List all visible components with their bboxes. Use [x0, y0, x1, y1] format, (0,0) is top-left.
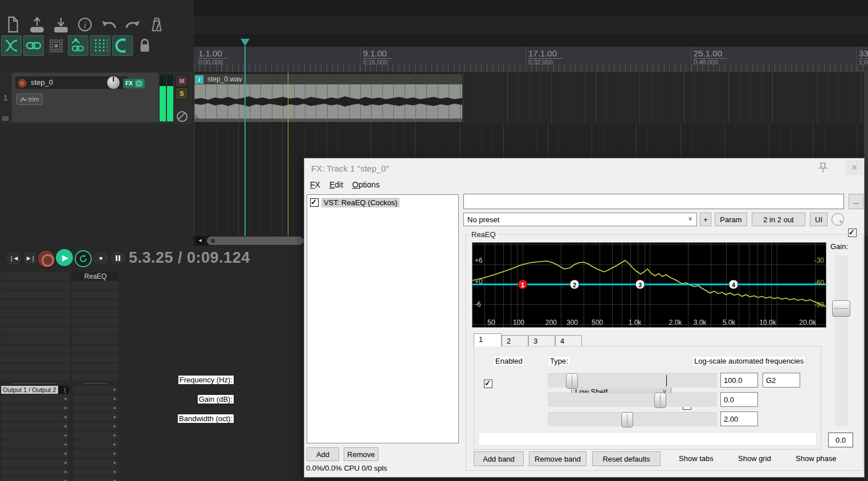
- envelope-points-icon[interactable]: [68, 35, 88, 56]
- ripple-edit-icon[interactable]: [112, 35, 133, 56]
- add-fx-button[interactable]: Add: [307, 447, 339, 461]
- eq-band-marker-1[interactable]: 1: [518, 280, 528, 290]
- track-control-panel[interactable]: step_0 FX trim: [12, 73, 158, 122]
- play-button[interactable]: ▶: [56, 249, 73, 266]
- plugin-list-item[interactable]: VST: ReaEQ (Cockos): [310, 198, 400, 207]
- snap-grid-icon[interactable]: [90, 35, 111, 56]
- gain-slider-thumb[interactable]: [654, 393, 666, 408]
- fx-comment-field[interactable]: [463, 194, 844, 209]
- show-phase-label: Show phase: [796, 454, 837, 463]
- transport-time-display[interactable]: 5.3.25 / 0:09.124: [129, 249, 250, 267]
- gain-value-field[interactable]: 0.0: [720, 392, 758, 407]
- gain-slider[interactable]: [548, 393, 717, 407]
- arrange-hscrollbar[interactable]: ◀: [194, 236, 304, 246]
- ruler-marker[interactable]: 33.1:04: [859, 48, 868, 66]
- menu-item-options[interactable]: Options: [352, 180, 380, 189]
- eq-graph[interactable]: 501002003005001.0k2.0k3.0k5.0k10.0k20.0k…: [472, 242, 826, 328]
- track-routing-button[interactable]: Output 1 / Output 2(: [1, 386, 70, 394]
- preset-dropdown[interactable]: No preset ∨: [463, 213, 697, 226]
- bandwidth-value-field[interactable]: 2.00: [720, 411, 758, 426]
- track-name[interactable]: step_0: [31, 78, 53, 87]
- browse-dots-button[interactable]: ...: [849, 194, 863, 209]
- eq-band-marker-3[interactable]: 3: [635, 280, 645, 290]
- volume-knob[interactable]: [107, 76, 120, 89]
- save-preset-button[interactable]: +: [700, 213, 711, 226]
- menu-item-fx[interactable]: FX: [310, 180, 320, 189]
- ui-toggle-button[interactable]: UI: [810, 213, 828, 226]
- band-tab-1[interactable]: 1: [474, 333, 502, 347]
- ruler-marker[interactable]: 25.1.000:48.000: [694, 48, 728, 66]
- auto-crossfade-icon[interactable]: [1, 35, 22, 56]
- scroll-left-icon[interactable]: ◀: [196, 237, 204, 244]
- record-arm-button[interactable]: [17, 78, 27, 88]
- item-grouping-icon[interactable]: [23, 35, 44, 56]
- frequency-slider-thumb[interactable]: [566, 373, 578, 389]
- media-item[interactable]: i step_0.wav: [194, 74, 462, 122]
- remove-band-button[interactable]: Remove band: [529, 451, 586, 466]
- solo-button[interactable]: S: [176, 87, 188, 100]
- add-band-button[interactable]: Add band: [474, 451, 524, 466]
- mute-button[interactable]: M: [176, 75, 188, 87]
- fx-chain-window[interactable]: FX: Track 1 "step_0" ✕ FXEditOptions VST…: [304, 158, 865, 478]
- arrange-vscrollbar[interactable]: [864, 72, 868, 236]
- record-button[interactable]: [36, 249, 56, 268]
- ruler-marker[interactable]: 9.1.000:16.000: [363, 48, 393, 66]
- menu-item-edit[interactable]: Edit: [329, 180, 343, 189]
- plugin-name[interactable]: VST: ReaEQ (Cockos): [321, 198, 400, 207]
- phase-button[interactable]: [177, 111, 188, 122]
- pause-button[interactable]: [109, 251, 127, 266]
- media-item-lanes-icon[interactable]: [46, 35, 66, 56]
- param-button[interactable]: Param: [715, 213, 747, 226]
- eq-band-marker-4[interactable]: 4: [729, 280, 739, 290]
- open-project-icon[interactable]: [27, 15, 47, 34]
- band-enabled-checkbox[interactable]: [484, 380, 492, 388]
- wet-dry-knob[interactable]: [832, 213, 844, 226]
- frequency-value-field[interactable]: 100.0: [720, 373, 758, 388]
- new-project-icon[interactable]: [3, 15, 23, 34]
- output-gain-value[interactable]: 0.0: [828, 433, 853, 447]
- lock-icon[interactable]: [135, 35, 155, 56]
- band-tab-3[interactable]: 3: [528, 335, 555, 347]
- reset-defaults-button[interactable]: Reset defaults: [592, 451, 661, 466]
- frequency-note-field[interactable]: G2: [763, 373, 800, 388]
- playhead-marker[interactable]: [241, 39, 250, 46]
- ruler-marker[interactable]: 1.1.000:00.000: [198, 48, 228, 66]
- io-routing-button[interactable]: 2 in 2 out: [752, 213, 805, 226]
- item-info-icon[interactable]: i: [195, 75, 203, 84]
- fx-bypass-icon[interactable]: [135, 80, 143, 87]
- ruler-marker[interactable]: 17.1.000:32.000: [528, 48, 563, 66]
- project-info-icon[interactable]: i: [75, 15, 95, 34]
- hscrollbar-thumb[interactable]: [207, 237, 304, 245]
- undo-icon[interactable]: [99, 15, 119, 34]
- close-icon[interactable]: ✕: [846, 160, 863, 175]
- media-item-body[interactable]: [194, 84, 462, 119]
- pin-icon[interactable]: [817, 162, 829, 174]
- fade-handle[interactable]: [194, 113, 199, 119]
- fx-button[interactable]: FX: [123, 79, 145, 88]
- track-lane-right[interactable]: [463, 72, 864, 123]
- repeat-button[interactable]: [75, 250, 92, 267]
- save-project-icon[interactable]: [51, 15, 71, 34]
- mixer-slot: [1, 291, 70, 299]
- eq-band-marker-2[interactable]: 2: [570, 280, 580, 290]
- bandwidth-slider-thumb[interactable]: [621, 412, 633, 427]
- media-item-titlebar[interactable]: i step_0.wav: [194, 74, 462, 84]
- metronome-icon[interactable]: [147, 15, 166, 34]
- pan-knob-icon[interactable]: (: [64, 386, 66, 393]
- band-tab-2[interactable]: 2: [502, 335, 528, 347]
- track-panel-area: 1 step_0 FX trim M: [0, 72, 193, 124]
- bandwidth-slider[interactable]: [548, 412, 717, 426]
- output-gain-slider[interactable]: [834, 255, 848, 426]
- plugin-list[interactable]: VST: ReaEQ (Cockos): [307, 194, 459, 443]
- stop-button[interactable]: ■: [92, 251, 109, 266]
- frequency-slider[interactable]: [548, 373, 717, 388]
- plugin-enabled-checkbox[interactable]: [310, 198, 319, 207]
- remove-fx-button[interactable]: Remove: [344, 447, 378, 461]
- redo-icon[interactable]: [123, 15, 142, 34]
- trim-envelope-button[interactable]: trim: [17, 93, 43, 105]
- folder-icon[interactable]: [2, 116, 9, 121]
- go-to-start-button[interactable]: ❘◀: [5, 251, 22, 266]
- output-gain-thumb[interactable]: [832, 300, 850, 317]
- band-tab-4[interactable]: 4: [555, 335, 582, 347]
- mixer-fx-slot[interactable]: ReaEQ: [72, 272, 119, 280]
